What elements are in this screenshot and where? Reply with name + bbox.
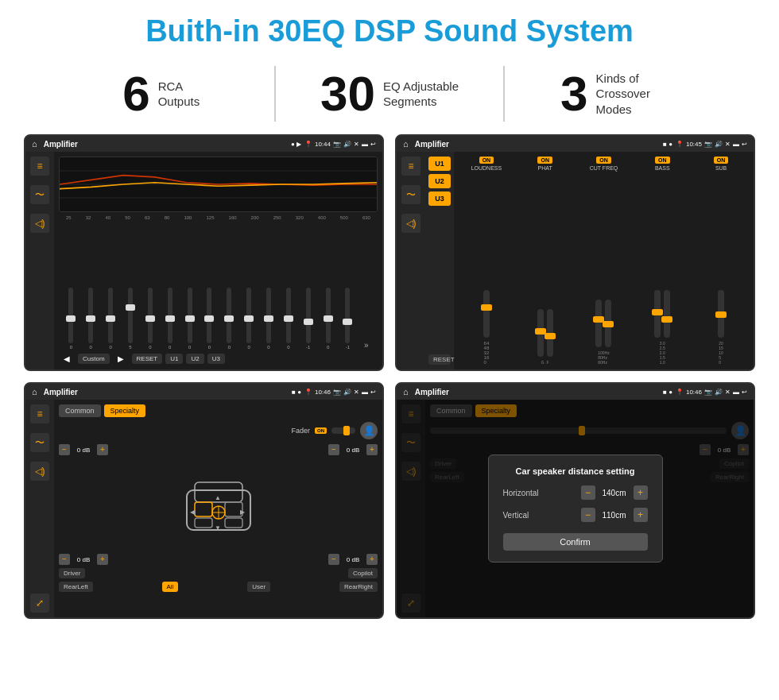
cutfreq-slider-f[interactable] (595, 300, 602, 347)
u3-button[interactable]: U3 (428, 191, 451, 206)
vertical-minus-btn[interactable]: − (581, 508, 595, 522)
user-btn-3[interactable]: User (247, 582, 270, 592)
loudness-on-badge[interactable]: ON (479, 157, 494, 164)
close-icon-2: ✕ (725, 141, 731, 148)
phat-slider-g[interactable] (537, 309, 544, 357)
eq-slider-1: 0 (82, 288, 100, 350)
speaker-icon-2[interactable]: ◁) (401, 214, 421, 233)
minimize-icon-2: ▬ (733, 141, 739, 148)
db-minus-br[interactable]: − (328, 554, 339, 565)
horizontal-minus-btn[interactable]: − (581, 485, 595, 500)
equalizer-icon[interactable]: ≡ (30, 157, 49, 176)
eq-slider-10: 0 (260, 288, 278, 350)
u1-button[interactable]: U1 (428, 157, 451, 171)
all-btn-3[interactable]: All (162, 582, 179, 592)
svg-text:▲: ▲ (215, 494, 221, 501)
db-control-br: − 0 dB + (328, 554, 378, 565)
svg-rect-6 (195, 502, 212, 516)
home-icon-3: ⌂ (32, 387, 37, 396)
eq-graph (59, 157, 378, 212)
profile-icon-3[interactable]: 👤 (360, 422, 378, 439)
db-minus-bl[interactable]: − (59, 554, 70, 565)
bass-vals: 3.02.52.01.51.0 (660, 341, 665, 365)
app-title-3: Amplifier (44, 388, 289, 396)
cutfreq-on-badge[interactable]: ON (596, 157, 611, 164)
u-panel: U1 U2 U3 RESET (425, 152, 454, 369)
eq-slider-11: 0 (279, 288, 297, 350)
bass-slider-f[interactable] (654, 290, 661, 338)
db-plus-bl[interactable]: + (97, 554, 108, 565)
eq-slider-13: 0 (319, 288, 337, 350)
horizontal-plus-btn[interactable]: + (634, 485, 648, 500)
fader-slider[interactable] (331, 427, 355, 434)
wave-icon[interactable]: 〜 (30, 185, 49, 204)
bass-label: BASS (655, 165, 670, 171)
reset-button-1[interactable]: RESET (132, 354, 163, 364)
cutfreq-hz: 100Hz80Hz60Hz (598, 350, 609, 365)
cutfreq-slider-g[interactable] (605, 300, 611, 347)
screen-amp: ⌂ Amplifier ■ ● 📍 10:45 📷 🔊 ✕ ▬ ↩ ≡ 〜 ◁)… (395, 134, 755, 371)
phat-slider-f[interactable] (547, 309, 553, 357)
status-icons-4: 📍 10:46 📷 🔊 ✕ ▬ ↩ (676, 389, 747, 396)
wave-icon-3[interactable]: 〜 (30, 433, 49, 452)
dialog-overlay: Car speaker distance setting Horizontal … (397, 400, 754, 617)
equalizer-icon-2[interactable]: ≡ (401, 157, 421, 176)
db-plus-tl[interactable]: + (97, 444, 108, 455)
bottom-labels-3b: RearLeft All User RearRight (59, 582, 378, 592)
volume-icon-4: 🔊 (715, 389, 723, 396)
bass-on-badge[interactable]: ON (655, 157, 670, 164)
db-plus-br[interactable]: + (366, 554, 378, 565)
bass-slider-g[interactable] (664, 290, 670, 338)
dialog-box: Car speaker distance setting Horizontal … (488, 454, 663, 563)
sub-on-badge[interactable]: ON (714, 157, 729, 164)
location-icon-4: 📍 (676, 389, 684, 396)
time-2: 10:45 (686, 141, 702, 148)
rearleft-btn-3[interactable]: RearLeft (59, 582, 93, 592)
confirm-button[interactable]: Confirm (503, 533, 648, 551)
db-minus-tr[interactable]: − (328, 444, 339, 455)
sub-slider[interactable] (718, 290, 724, 338)
tab-common-3[interactable]: Common (59, 404, 101, 417)
copilot-btn-3[interactable]: Copilot (348, 568, 378, 578)
u2-button[interactable]: U2 (428, 174, 451, 188)
prev-button[interactable]: ◀ (59, 353, 75, 365)
speaker-icon[interactable]: ◁) (30, 214, 49, 233)
driver-btn-3[interactable]: Driver (59, 568, 85, 578)
camera-icon-1: 📷 (333, 141, 341, 148)
horizontal-label: Horizontal (503, 489, 539, 497)
phat-on-badge[interactable]: ON (537, 157, 552, 164)
expand-icon-3[interactable]: ⤢ (30, 594, 49, 613)
left-sidebar-1: ≡ 〜 ◁) (25, 152, 54, 369)
loudness-slider[interactable] (483, 290, 490, 338)
next-button[interactable]: ▶ (113, 353, 129, 365)
back-icon-4: ↩ (742, 389, 747, 396)
reset-button-2[interactable]: RESET (428, 354, 451, 365)
eq-slider-2: 0 (102, 288, 120, 350)
equalizer-icon-3[interactable]: ≡ (30, 404, 49, 423)
amp-section-sub: ON SUB 20151050 (693, 157, 749, 365)
location-icon-2: 📍 (676, 141, 684, 148)
screen3-content: ≡ 〜 ◁) ⤢ Common Specialty Fader ON 👤 (25, 400, 382, 617)
dots-3: ■ ● (292, 389, 301, 396)
volume-icon-3: 🔊 (343, 389, 351, 396)
u1-button-1[interactable]: U1 (165, 354, 183, 364)
speaker-icon-3[interactable]: ◁) (30, 462, 49, 481)
u3-button-1[interactable]: U3 (207, 354, 225, 364)
db-plus-tr[interactable]: + (366, 444, 378, 455)
dots-4: ■ ● (663, 389, 672, 396)
tab-specialty-3[interactable]: Specialty (104, 404, 146, 417)
rearright-btn-3[interactable]: RearRight (339, 582, 378, 592)
camera-icon-2: 📷 (704, 141, 712, 148)
amp-controls: ON LOUDNESS 644832160 ON PHAT (454, 152, 754, 369)
eq-slider-4: 0 (141, 288, 159, 350)
vertical-plus-btn[interactable]: + (634, 508, 648, 522)
stat-text-rca: RCAOutputs (158, 79, 200, 110)
u2-button-1[interactable]: U2 (186, 354, 203, 364)
wave-icon-2[interactable]: 〜 (401, 185, 421, 204)
sub-vals: 20151050 (719, 341, 723, 365)
time-1: 10:44 (315, 141, 331, 148)
stat-rca: 6 RCAOutputs (48, 69, 274, 118)
db-minus-tl[interactable]: − (59, 444, 70, 455)
fader-on-badge[interactable]: ON (315, 427, 327, 434)
screen-eq: ⌂ Amplifier ● ▶ 📍 10:44 📷 🔊 ✕ ▬ ↩ ≡ 〜 ◁) (24, 134, 384, 371)
